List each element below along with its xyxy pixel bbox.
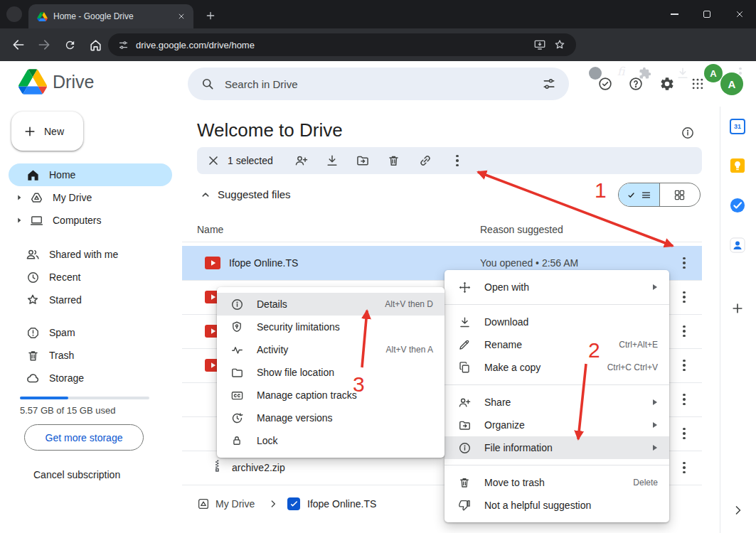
menu-item-open-with[interactable]: Open with [444, 276, 669, 298]
breadcrumb-root[interactable]: My Drive [215, 498, 255, 510]
expand-chevron-icon[interactable] [14, 193, 24, 203]
address-bar[interactable]: drive.google.com/drive/home [108, 33, 576, 56]
menu-item-rename[interactable]: Rename Ctrl+Alt+E [444, 333, 669, 356]
row-more-actions-icon[interactable] [676, 323, 693, 340]
row-more-actions-icon[interactable] [676, 425, 693, 442]
expand-chevron-icon[interactable] [14, 215, 24, 225]
close-window-button[interactable] [723, 0, 756, 28]
offline-status-icon[interactable] [596, 75, 614, 93]
browser-tab[interactable]: Home - Google Drive [28, 4, 193, 28]
get-more-storage-button[interactable]: Get more storage [24, 424, 144, 451]
back-button[interactable] [7, 33, 30, 56]
expand-panel-chevron-icon[interactable] [731, 503, 745, 517]
sidebar-item-shared-with-me[interactable]: Shared with me [9, 243, 172, 266]
open-with-icon [457, 281, 472, 294]
clock-icon [26, 271, 40, 284]
storage-progress-fill [20, 397, 68, 399]
settings-gear-icon[interactable] [658, 75, 676, 93]
breadcrumb-file[interactable]: Ifope Online.TS [307, 498, 376, 510]
sidebar-item-storage[interactable]: Storage [9, 367, 172, 389]
submenu-item-activity[interactable]: Activity Alt+V then A [217, 338, 444, 361]
sidebar-item-starred[interactable]: Starred [9, 289, 172, 311]
collapse-section-icon[interactable] [199, 188, 212, 201]
download-icon [457, 316, 472, 329]
move-to-folder-icon[interactable] [356, 154, 370, 168]
browser-titlebar: Home - Google Drive [0, 0, 756, 28]
selected-count-label: 1 selected [228, 155, 273, 166]
menu-item-not-helpful[interactable]: Not a helpful suggestion [444, 494, 669, 517]
sidebar-item-my-drive[interactable]: My Drive [9, 186, 172, 209]
submenu-item-manage-versions[interactable]: Manage versions [217, 407, 444, 429]
apps-grid-icon[interactable] [688, 75, 707, 93]
menu-item-download[interactable]: Download [444, 311, 669, 333]
window-menu-icon[interactable] [6, 6, 22, 22]
plus-icon [23, 124, 37, 139]
sidebar-item-spam[interactable]: Spam [9, 321, 172, 344]
page-info-icon[interactable] [678, 124, 697, 142]
calendar-icon[interactable]: 31 [730, 119, 745, 134]
downloads-icon[interactable] [676, 66, 690, 80]
contacts-icon[interactable] [730, 237, 745, 253]
row-more-actions-icon[interactable] [676, 459, 693, 476]
menu-item-move-to-trash[interactable]: Move to trash Delete [444, 471, 669, 494]
install-app-icon[interactable] [533, 38, 546, 51]
drive-logo[interactable] [18, 69, 47, 95]
search-input[interactable] [225, 78, 532, 90]
page-title: Welcome to Drive [197, 119, 343, 141]
grid-view-button[interactable] [660, 183, 701, 206]
add-panel-icon[interactable] [730, 301, 745, 316]
file-reason: You opened • 2:56 AM [480, 257, 578, 269]
download-icon[interactable] [325, 154, 339, 168]
copy-link-icon[interactable] [418, 154, 432, 168]
new-button[interactable]: New [11, 112, 83, 151]
sidebar-item-recent[interactable]: Recent [9, 266, 172, 289]
submenu-item-lock[interactable]: Lock [217, 429, 444, 452]
list-view-button[interactable] [619, 183, 659, 206]
reload-button[interactable] [58, 33, 81, 56]
forward-button[interactable] [33, 33, 55, 56]
row-more-actions-icon[interactable] [676, 289, 693, 306]
share-person-add-icon[interactable] [294, 154, 309, 168]
column-header-reason[interactable]: Reason suggested [480, 224, 563, 235]
maximize-button[interactable] [691, 0, 723, 28]
drive-logo-text: Drive [53, 72, 94, 92]
submenu-item-manage-caption-tracks[interactable]: Manage caption tracks [217, 384, 444, 407]
sidebar-item-trash[interactable]: Trash [9, 344, 172, 367]
row-more-actions-icon[interactable] [676, 254, 693, 271]
drive-profile-avatar[interactable]: A [720, 72, 743, 95]
trash-icon[interactable] [387, 154, 400, 168]
selected-checkbox-icon[interactable] [287, 497, 300, 510]
menu-item-make-a-copy[interactable]: Make a copy Ctrl+C Ctrl+V [444, 356, 669, 379]
computers-icon [29, 214, 43, 227]
submenu-item-security-limitations[interactable]: Security limitations [217, 316, 444, 338]
sidebar-item-home[interactable]: Home [9, 163, 172, 186]
bookmark-star-icon[interactable] [553, 38, 566, 51]
url-text: drive.google.com/drive/home [136, 40, 526, 50]
tab-title: Home - Google Drive [53, 11, 169, 21]
submenu-item-show-file-location[interactable]: Show file location [217, 361, 444, 384]
menu-item-file-information[interactable]: File information [444, 436, 669, 459]
cancel-subscription-link[interactable]: Cancel subscription [33, 469, 120, 480]
home-button[interactable] [84, 33, 107, 56]
new-tab-button[interactable] [202, 7, 219, 24]
minimize-button[interactable] [658, 0, 691, 28]
tab-close-icon[interactable] [175, 10, 188, 23]
column-header-name[interactable]: Name [197, 224, 223, 235]
toolbar-more-actions-icon[interactable] [449, 152, 466, 169]
menu-item-organize[interactable]: Organize [444, 414, 669, 436]
trash-icon [457, 476, 472, 489]
clear-selection-icon[interactable] [206, 154, 220, 168]
submenu-item-details[interactable]: Details Alt+V then D [217, 293, 444, 316]
keep-icon[interactable] [730, 158, 745, 173]
menu-item-share[interactable]: Share [444, 391, 669, 414]
sidebar-item-computers[interactable]: Computers [9, 209, 172, 232]
drive-search-bar[interactable] [188, 68, 569, 100]
copy-icon [457, 361, 472, 374]
search-filter-icon[interactable] [542, 77, 556, 91]
row-more-actions-icon[interactable] [676, 391, 693, 408]
site-info-icon[interactable] [118, 40, 129, 50]
shield-icon [230, 321, 244, 333]
row-more-actions-icon[interactable] [676, 357, 693, 374]
help-icon[interactable] [627, 75, 645, 93]
tasks-icon[interactable] [730, 198, 745, 213]
